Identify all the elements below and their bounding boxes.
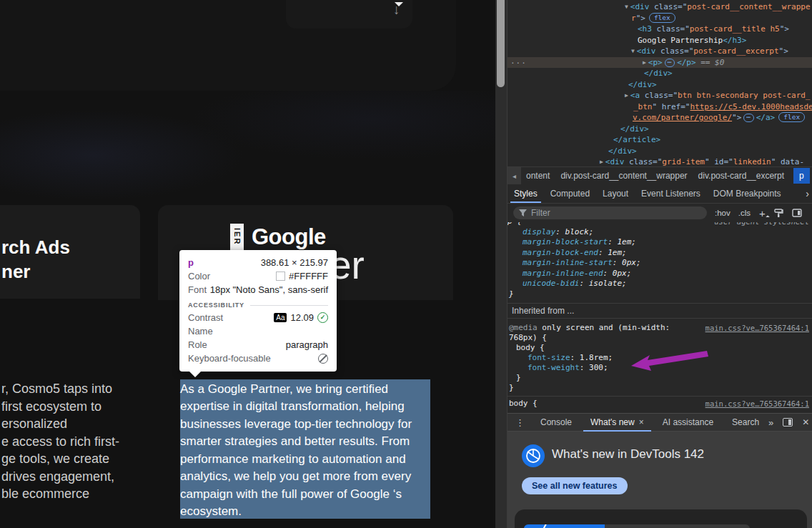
- breadcrumb-item[interactable]: div.post-card__content__wrapper: [560, 171, 687, 181]
- tree-row[interactable]: Google Partnership</h3>: [508, 35, 812, 46]
- elements-tree[interactable]: ▼<div class="post-card__content__wrapper…: [508, 1, 812, 168]
- tree-caret-icon[interactable]: ▼: [631, 48, 637, 54]
- css-property[interactable]: margin-inline-end: 0px;: [508, 269, 812, 279]
- expand-inline-icon[interactable]: ⋯: [743, 114, 753, 122]
- inherited-from-header: Inherited from ...: [508, 303, 812, 319]
- tooltip-name-row: Name: [188, 324, 328, 338]
- contrast-pass-icon: ✓: [317, 312, 328, 323]
- whats-new-card[interactable]: [515, 509, 807, 528]
- body-rule-source-link[interactable]: main.css?ve…765367464:1: [705, 399, 809, 409]
- panel-tab-computed[interactable]: Computed: [544, 184, 596, 203]
- element-inspect-tooltip: p 388.61 × 215.97 Color #FFFFFF Font 18p…: [179, 250, 337, 372]
- tooltip-contrast-row: Contrast Aa 12.09 ✓: [188, 311, 328, 324]
- tooltip-role-row: Role paragraph: [188, 338, 328, 352]
- text-line: performance marketing to automation and: [180, 451, 430, 468]
- tree-caret-icon[interactable]: ▼: [625, 4, 630, 10]
- paint-roller-icon[interactable]: [774, 209, 783, 218]
- tree-caret-icon[interactable]: ▶: [625, 92, 630, 99]
- styles-pane[interactable]: p { user agent stylesheet display: block…: [508, 222, 812, 413]
- tree-row[interactable]: ▼<div class="post-card__excerpt">: [508, 46, 812, 57]
- contrast-aa-chip: Aa: [274, 313, 287, 322]
- media-rule-source-link[interactable]: main.css?ve…765367464:1: [705, 323, 809, 333]
- breadcrumb-item[interactable]: div.post-card__excerpt: [698, 171, 785, 181]
- drawer-close-icon[interactable]: ✕: [802, 417, 809, 427]
- page-hero-art: [0, 91, 495, 205]
- text-line: campaign with the full power of Google ‘…: [180, 486, 430, 503]
- dock-side-icon[interactable]: [783, 418, 793, 427]
- media-rule: @media only screen and (min-width: main.…: [508, 319, 812, 393]
- panel-tab-dom-breakpoints[interactable]: DOM Breakpoints: [707, 184, 788, 203]
- text-line: ersonalized: [1, 415, 152, 433]
- drawer-tab-what-s-new[interactable]: What's new×: [581, 414, 653, 431]
- styles-filter-bar: Filter :hov .cls +: [508, 204, 812, 222]
- tree-caret-icon[interactable]: ▶: [643, 59, 648, 66]
- text-line: analytics, we help you get more from eve…: [180, 468, 430, 485]
- see-all-features-button[interactable]: See all new features: [522, 477, 628, 494]
- tree-row[interactable]: _btn" href="https://c5-dev.1000headsde: [508, 101, 812, 113]
- tree-row[interactable]: r">flex: [508, 13, 812, 24]
- tab-close-icon[interactable]: ×: [639, 417, 644, 427]
- text-line: businesses leverage top-tier technology …: [180, 416, 430, 433]
- tree-caret-icon[interactable]: ▶: [600, 159, 605, 165]
- screenshot-root: ↓ rch Adsner r, Cosmo5 taps intofirst ec…: [0, 0, 812, 528]
- expand-inline-icon[interactable]: ⋯: [665, 59, 675, 67]
- drawer-menu-icon[interactable]: ⋮: [508, 417, 531, 428]
- new-style-rule-button[interactable]: +: [759, 207, 766, 219]
- toggle-element-state-button[interactable]: :hov: [715, 209, 731, 217]
- text-line: rch Ads: [1, 235, 70, 259]
- page-scrollbar-track[interactable]: [495, 0, 507, 528]
- panel-tab-layout[interactable]: Layout: [596, 184, 635, 203]
- whats-new-card-inner: [524, 524, 750, 528]
- panel-tab-styles[interactable]: Styles: [508, 184, 544, 203]
- css-property[interactable]: margin-block-end: 1em;: [508, 248, 812, 259]
- feature-thumbnail: [524, 524, 605, 528]
- post-card-search-ads[interactable]: rch Adsner: [0, 205, 140, 299]
- inspected-paragraph-highlight[interactable]: As a Google Partner, we bring certifiede…: [180, 379, 430, 519]
- elements-breadcrumbs: ◂ ontentdiv.post-card__content__wrapperd…: [508, 166, 812, 184]
- drawer-more-tabs-icon[interactable]: »: [768, 417, 773, 428]
- tree-row[interactable]: </div>: [508, 68, 812, 79]
- breadcrumb-back-icon[interactable]: ◂: [508, 167, 521, 184]
- whats-new-title: What's new in DevTools 142: [552, 447, 704, 462]
- tree-row[interactable]: </div>: [508, 79, 812, 91]
- panel-tab-event-listeners[interactable]: Event Listeners: [635, 184, 707, 203]
- tree-row[interactable]: </div>: [508, 124, 812, 135]
- text-line: ge tools, we create: [1, 450, 152, 468]
- tree-row[interactable]: ▼<div class="post-card__content__wrappe: [508, 1, 812, 13]
- breadcrumb-item[interactable]: ontent: [526, 171, 550, 181]
- sidebar-toggle-icon[interactable]: [792, 209, 802, 217]
- styles-filter-input[interactable]: Filter: [513, 206, 707, 219]
- devtools-logo-icon: [522, 444, 545, 470]
- body-rule: body { main.css?ve…765367464:1 backgroun…: [508, 396, 812, 413]
- flex-badge[interactable]: flex: [778, 112, 805, 122]
- scroll-down-arrow-icon[interactable]: ↓: [393, 3, 400, 16]
- css-property[interactable]: unicode-bidi: isolate;: [508, 279, 812, 289]
- css-property[interactable]: font-size: 1.8rem;: [508, 353, 812, 363]
- drawer-tab-console[interactable]: Console: [531, 414, 581, 431]
- element-classes-button[interactable]: .cls: [738, 209, 751, 217]
- css-property[interactable]: font-weight: 300;: [508, 363, 812, 373]
- drawer-tab-search[interactable]: Search: [723, 414, 768, 431]
- drawer-tab-bar: ⋮ ConsoleWhat's new×AI assistanceSearch …: [508, 414, 812, 432]
- text-line: first ecosystem to: [1, 398, 152, 416]
- tree-row-selected[interactable]: ▶<p>⋯</p> == $0: [508, 57, 812, 69]
- tree-row[interactable]: v.com/partner/google/">⋯</a>flex: [508, 112, 812, 124]
- text-line: ner: [1, 259, 70, 284]
- css-property[interactable]: margin-inline-start: 0px;: [508, 258, 812, 269]
- tabs-overflow-icon[interactable]: ›: [806, 188, 812, 199]
- text-line: drives engagement,: [1, 468, 152, 486]
- post-card-excerpt-left: r, Cosmo5 taps intofirst ecosystem toers…: [1, 380, 152, 503]
- tooltip-keyboard-row: Keyboard-focusable: [188, 352, 328, 365]
- text-line: smarter strategies and better results. F…: [180, 433, 430, 450]
- flex-badge[interactable]: flex: [649, 13, 675, 23]
- breadcrumb-item[interactable]: p: [793, 168, 810, 184]
- text-line: expertise in digital transformation, hel…: [180, 398, 430, 415]
- page-scrollbar-thumb[interactable]: [497, 0, 505, 87]
- tree-row[interactable]: ▶<a class="btn btn-secondary post-card_: [508, 90, 812, 101]
- drawer-tab-ai-assistance[interactable]: AI assistance: [653, 414, 723, 431]
- css-property[interactable]: margin-block-start: 1em;: [508, 237, 812, 248]
- css-property[interactable]: display: block;: [508, 227, 812, 238]
- tree-row[interactable]: </div>: [508, 146, 812, 157]
- tree-row[interactable]: </article>: [508, 134, 812, 146]
- tree-row[interactable]: <h3 class="post-card__title h5">: [508, 24, 812, 35]
